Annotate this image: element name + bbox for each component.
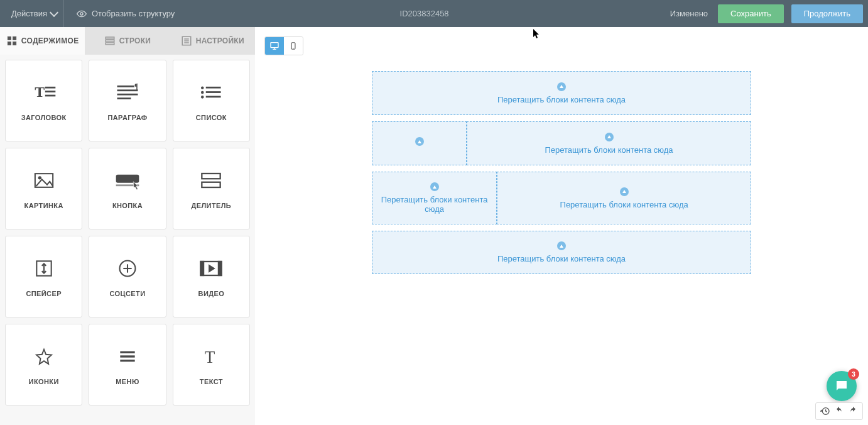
sidebar: СОДЕРЖИМОЕ СТРОКИ НАСТРОЙКИ T ЗАГОЛОВОК …: [0, 27, 255, 425]
tab-rows[interactable]: СТРОКИ: [85, 27, 170, 55]
video-icon: [197, 256, 225, 281]
chat-badge: 3: [848, 368, 859, 380]
block-button-label: КНОПКА: [112, 202, 143, 209]
topbar-left: Действия Отобразить структуру: [5, 0, 178, 27]
dropzone-hint: Перетащить блоки контента сюда: [497, 254, 626, 263]
star-icon: [30, 344, 58, 369]
block-image[interactable]: КАРТИНКА: [5, 148, 82, 229]
show-structure-toggle[interactable]: Отобразить структуру: [73, 9, 178, 19]
heading-icon: T: [30, 80, 58, 105]
actions-menu[interactable]: Действия: [5, 0, 64, 27]
block-text-label: ТЕКСТ: [200, 378, 223, 385]
block-image-label: КАРТИНКА: [24, 202, 63, 209]
block-list-label: СПИСОК: [196, 114, 227, 121]
row-3[interactable]: Перетащить блоки контента сюда Перетащит…: [372, 172, 751, 224]
block-button[interactable]: КНОПКА: [89, 148, 166, 229]
dropzone-hint: Перетащить блоки контента сюда: [560, 200, 688, 209]
redo-button[interactable]: [847, 405, 859, 417]
block-list[interactable]: СПИСОК: [173, 60, 250, 141]
divider-icon: [197, 168, 225, 193]
svg-rect-4: [13, 42, 16, 45]
status-label: Изменено: [670, 9, 710, 18]
eye-icon: [77, 9, 87, 19]
mobile-view-button[interactable]: [284, 37, 303, 55]
svg-point-23: [201, 91, 204, 94]
svg-rect-29: [116, 175, 139, 183]
dropzone-hint: Перетащить блоки контента сюда: [545, 145, 673, 155]
svg-point-28: [38, 177, 40, 179]
dropzone[interactable]: Перетащить блоки контента сюда: [372, 71, 751, 115]
block-video-label: ВИДЕО: [198, 290, 225, 297]
block-menu-label: МЕНЮ: [116, 378, 139, 385]
tab-settings[interactable]: НАСТРОЙКИ: [170, 27, 255, 55]
svg-rect-18: [117, 94, 138, 96]
topbar-right: Изменено Сохранить Продолжить: [670, 4, 863, 23]
desktop-view-button[interactable]: [265, 37, 284, 55]
block-text[interactable]: T ТЕКСТ: [173, 324, 250, 406]
dropzone[interactable]: Перетащить блоки контента сюда: [372, 172, 497, 224]
history-button[interactable]: [819, 405, 832, 417]
editor-canvas: Перетащить блоки контента сюда Перетащит…: [255, 27, 868, 425]
dropzone[interactable]: Перетащить блоки контента сюда: [372, 231, 751, 274]
block-social[interactable]: СОЦСЕТИ: [89, 236, 166, 317]
upload-icon: [557, 82, 566, 91]
block-paragraph[interactable]: ¶ ПАРАГРАФ: [89, 60, 166, 141]
undo-button[interactable]: [833, 405, 845, 417]
image-icon: [30, 168, 58, 193]
button-icon: [114, 168, 141, 193]
upload-icon: [557, 241, 566, 250]
dropzone-hint: Перетащить блоки контента сюда: [497, 95, 626, 104]
chat-button[interactable]: 3: [827, 371, 857, 401]
block-spacer[interactable]: СПЕЙСЕР: [5, 236, 82, 317]
block-heading-label: ЗАГОЛОВОК: [21, 114, 67, 121]
upload-icon: [620, 187, 629, 196]
svg-rect-24: [206, 91, 221, 93]
tab-content[interactable]: СОДЕРЖИМОЕ: [0, 27, 85, 55]
row-2[interactable]: Перетащить блоки контента сюда: [372, 121, 751, 165]
text-icon: T: [197, 344, 225, 369]
block-paragraph-label: ПАРАГРАФ: [107, 114, 147, 121]
svg-rect-42: [120, 355, 134, 357]
svg-point-25: [201, 96, 204, 99]
continue-button[interactable]: Продолжить: [791, 4, 863, 23]
svg-text:¶: ¶: [134, 82, 138, 91]
paragraph-icon: ¶: [114, 80, 141, 105]
sidebar-tabs: СОДЕРЖИМОЕ СТРОКИ НАСТРОЙКИ: [0, 27, 255, 55]
dropzone[interactable]: Перетащить блоки контента сюда: [497, 172, 751, 224]
block-heading[interactable]: T ЗАГОЛОВОК: [5, 60, 82, 141]
svg-rect-2: [13, 36, 16, 40]
list-icon: [197, 80, 225, 105]
block-video[interactable]: ВИДЕО: [173, 236, 250, 317]
svg-rect-22: [206, 87, 221, 89]
upload-icon: [415, 137, 424, 146]
block-menu[interactable]: МЕНЮ: [89, 324, 166, 406]
dropzone[interactable]: [372, 121, 467, 165]
menu-icon: [114, 344, 141, 369]
svg-rect-45: [271, 43, 278, 48]
topbar: Действия Отобразить структуру ID20383245…: [0, 0, 868, 27]
upload-icon: [605, 133, 614, 141]
svg-rect-15: [45, 95, 55, 97]
mouse-cursor-icon: [533, 29, 541, 39]
block-icons[interactable]: ИКОНКИ: [5, 324, 82, 406]
svg-rect-6: [106, 40, 114, 42]
social-icon: [114, 256, 141, 281]
svg-rect-3: [8, 42, 11, 45]
save-button[interactable]: Сохранить: [718, 4, 784, 23]
svg-rect-43: [120, 360, 134, 362]
block-divider[interactable]: ДЕЛИТЕЛЬ: [173, 148, 250, 229]
history-toolbar: [815, 402, 863, 420]
svg-text:T: T: [205, 348, 215, 367]
spacer-icon: [30, 256, 58, 281]
dropzone-hint: Перетащить блоки контента сюда: [379, 195, 490, 214]
svg-point-21: [201, 86, 204, 89]
dropzone[interactable]: Перетащить блоки контента сюда: [467, 121, 751, 165]
doc-id: ID203832458: [178, 9, 670, 18]
tab-settings-label: НАСТРОЙКИ: [196, 36, 244, 45]
row-1[interactable]: Перетащить блоки контента сюда: [372, 71, 751, 115]
svg-point-0: [80, 13, 83, 15]
show-structure-label: Отобразить структуру: [92, 9, 175, 18]
device-switch: [264, 36, 303, 55]
upload-icon: [430, 182, 439, 191]
row-4[interactable]: Перетащить блоки контента сюда: [372, 231, 751, 274]
